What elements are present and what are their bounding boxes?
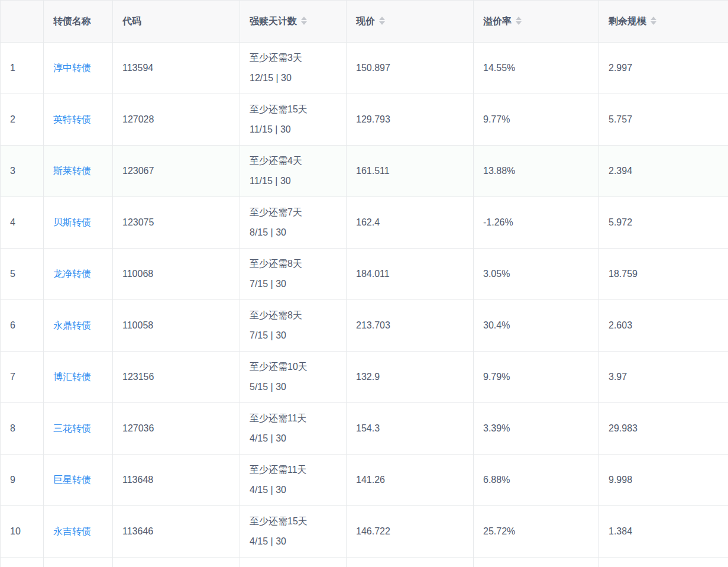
redeem-days-line2: 8/15 | 30 <box>250 223 346 243</box>
bond-code-value: 123075 <box>122 217 154 227</box>
cell-current-price: 161.511 <box>347 146 474 197</box>
bond-code-value: 123067 <box>122 166 154 176</box>
cell-redeem-days: 至少还需8天7/15 | 30 <box>240 249 347 300</box>
row-index: 3 <box>10 166 15 176</box>
bond-code-value: 127036 <box>122 423 154 433</box>
sort-desc-icon[interactable] <box>651 21 656 25</box>
sort-control[interactable] <box>379 17 385 25</box>
table-row: 1淳中转债113594至少还需3天12/15 | 30150.89714.55%… <box>1 43 728 94</box>
redeem-days-text: 至少还需11天4/15 | 30 <box>250 408 346 449</box>
redeem-days-text: 至少还需8天7/15 | 30 <box>250 254 346 294</box>
cell-remaining-size: 2.997 <box>599 43 728 94</box>
sort-control[interactable] <box>516 17 522 25</box>
cell-index: 2 <box>1 94 44 146</box>
cell-current-price: 146.722 <box>347 506 474 558</box>
table-row: 3斯莱转债123067至少还需4天11/15 | 30161.51113.88%… <box>1 146 728 197</box>
premium-rate-value: 25.72% <box>483 526 515 536</box>
redeem-days-line2: 7/15 | 30 <box>250 326 346 346</box>
sort-desc-icon[interactable] <box>379 21 385 25</box>
cell-bond-name: 三花转债 <box>44 403 113 455</box>
current-price-value: 184.011 <box>356 269 390 279</box>
cell-redeem-days: 至少还需4天11/15 | 30 <box>240 146 347 197</box>
table-body: 1淳中转债113594至少还需3天12/15 | 30150.89714.55%… <box>1 43 728 567</box>
premium-rate-value: 30.4% <box>483 320 510 330</box>
redeem-days-text: 至少还需10天5/15 | 30 <box>250 357 346 397</box>
cell-index: 3 <box>1 146 44 197</box>
sort-asc-icon[interactable] <box>301 17 307 20</box>
column-header-label: 强赎天计数 <box>250 16 297 26</box>
bond-name-link[interactable]: 永鼎转债 <box>53 320 91 330</box>
premium-rate-value: 3.05% <box>483 269 510 279</box>
cell-empty <box>44 558 113 567</box>
cell-index: 10 <box>1 506 44 558</box>
cell-redeem-days: 至少还需15天4/15 | 30 <box>240 506 347 558</box>
current-price-value: 162.4 <box>356 217 380 227</box>
cell-bond-code: 127028 <box>113 94 240 146</box>
cell-redeem-days: 至少还需15天11/15 | 30 <box>240 94 347 146</box>
bond-code-value: 127028 <box>122 114 154 124</box>
sort-asc-icon[interactable] <box>516 17 522 20</box>
bond-name-link[interactable]: 淳中转债 <box>53 63 91 73</box>
cell-bond-name: 斯莱转债 <box>44 146 113 197</box>
sort-asc-icon[interactable] <box>379 17 385 20</box>
premium-rate-value: -1.26% <box>483 217 513 227</box>
bond-table-wrapper: 转债名称代码强赎天计数现价溢价率剩余规模 1淳中转债113594至少还需3天12… <box>0 0 728 567</box>
column-header-redeem[interactable]: 强赎天计数 <box>240 1 347 43</box>
cell-current-price: 213.703 <box>347 300 474 352</box>
bond-name-link[interactable]: 博汇转债 <box>53 372 91 382</box>
row-index: 5 <box>10 269 15 279</box>
sort-desc-icon[interactable] <box>301 21 307 25</box>
redeem-days-line2: 11/15 | 30 <box>250 120 346 140</box>
bond-name-link[interactable]: 龙净转债 <box>53 269 91 279</box>
cell-premium-rate: 3.05% <box>474 249 599 300</box>
cell-empty <box>1 558 44 567</box>
table-row: 6永鼎转债110058至少还需8天7/15 | 30213.70330.4%2.… <box>1 300 728 352</box>
redeem-days-line2: 4/15 | 30 <box>250 429 346 449</box>
cell-empty <box>240 558 347 567</box>
bond-name-link[interactable]: 永吉转债 <box>53 526 91 536</box>
current-price-value: 146.722 <box>356 526 390 536</box>
row-index: 1 <box>10 63 15 73</box>
column-header-premium[interactable]: 溢价率 <box>474 1 599 43</box>
column-header-name: 转债名称 <box>44 1 113 43</box>
cell-current-price: 184.011 <box>347 249 474 300</box>
cell-redeem-days: 至少还需11天4/15 | 30 <box>240 455 347 506</box>
bond-name-link[interactable]: 三花转债 <box>53 423 91 433</box>
sort-asc-icon[interactable] <box>651 17 656 20</box>
bond-name-link[interactable]: 贝斯转债 <box>53 217 91 227</box>
redeem-days-text: 至少还需3天12/15 | 30 <box>250 48 346 88</box>
cell-index: 4 <box>1 197 44 249</box>
premium-rate-value: 9.77% <box>483 114 510 124</box>
sort-control[interactable] <box>301 17 307 25</box>
remaining-size-value: 3.97 <box>609 372 627 382</box>
redeem-days-line1: 至少还需7天 <box>250 202 346 223</box>
current-price-value: 213.703 <box>356 320 390 330</box>
bond-name-link[interactable]: 巨星转债 <box>53 475 91 485</box>
cell-remaining-size: 18.759 <box>599 249 728 300</box>
cell-index: 6 <box>1 300 44 352</box>
bond-name-link[interactable]: 斯莱转债 <box>53 166 91 176</box>
redeem-days-line1: 至少还需8天 <box>250 254 346 274</box>
row-index: 8 <box>10 423 15 433</box>
sort-desc-icon[interactable] <box>516 21 522 25</box>
cell-current-price: 132.9 <box>347 352 474 403</box>
cell-remaining-size: 29.983 <box>599 403 728 455</box>
bond-code-value: 113648 <box>122 475 153 485</box>
table-header: 转债名称代码强赎天计数现价溢价率剩余规模 <box>1 1 728 43</box>
cell-premium-rate: 30.4% <box>474 300 599 352</box>
premium-rate-value: 14.55% <box>483 63 515 73</box>
sort-control[interactable] <box>651 17 656 25</box>
redeem-days-line1: 至少还需8天 <box>250 305 346 326</box>
table-row: 2英特转债127028至少还需15天11/15 | 30129.7939.77%… <box>1 94 728 146</box>
cell-remaining-size: 2.603 <box>599 300 728 352</box>
column-header-price[interactable]: 现价 <box>347 1 474 43</box>
cell-bond-name: 淳中转债 <box>44 43 113 94</box>
cell-bond-code: 113594 <box>113 43 240 94</box>
bond-name-link[interactable]: 英特转债 <box>53 114 91 124</box>
cell-index: 1 <box>1 43 44 94</box>
bond-code-value: 123156 <box>122 372 154 382</box>
premium-rate-value: 6.88% <box>483 475 510 485</box>
column-header-remaining[interactable]: 剩余规模 <box>599 1 728 43</box>
cell-premium-rate: -1.26% <box>474 197 599 249</box>
cell-bond-name: 永吉转债 <box>44 506 113 558</box>
